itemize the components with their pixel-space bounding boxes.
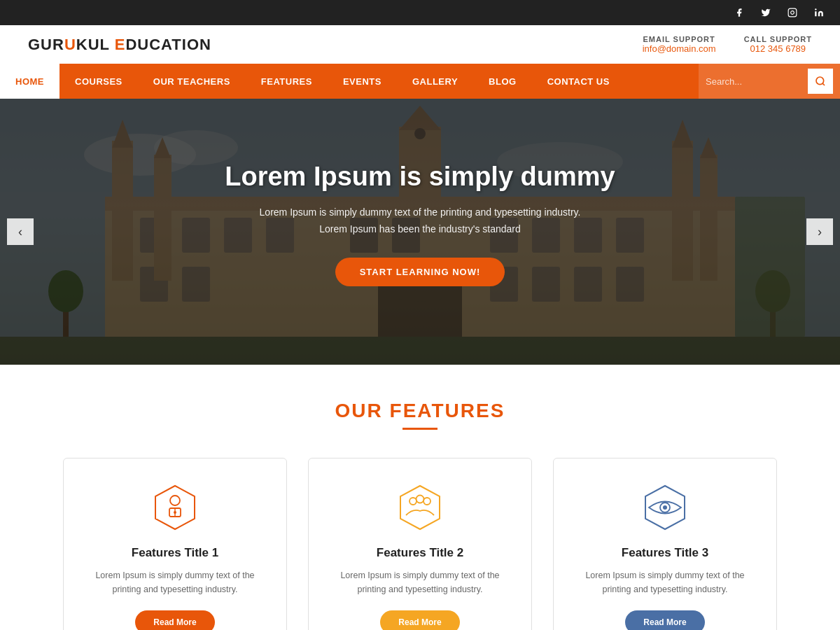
svg-point-51 [174, 511, 176, 514]
svg-line-5 [822, 83, 825, 85]
nav-item-home[interactable]: HOME [0, 64, 59, 99]
feature-read-more-1[interactable]: Read More [135, 610, 214, 630]
email-value[interactable]: info@domain.com [643, 43, 716, 54]
section-divider [402, 428, 438, 430]
call-support: CALL SUPPORT 012 345 6789 [744, 35, 812, 54]
svg-point-55 [416, 496, 424, 503]
feature-title-1: Features Title 1 [81, 546, 269, 560]
header-contact: EMAIL SUPPORT info@domain.com CALL SUPPO… [643, 35, 812, 54]
svg-point-58 [663, 505, 667, 510]
feature-icon-2 [396, 483, 444, 532]
feature-read-more-2[interactable]: Read More [380, 610, 459, 630]
feature-text-1: Lorem Ipsum is simply dummy text of the … [81, 568, 269, 596]
svg-point-53 [410, 498, 416, 505]
phone-value[interactable]: 012 345 6789 [744, 43, 812, 54]
linkedin-icon[interactable] [812, 6, 826, 20]
hero-subtitle-line1: Lorem Ipsum is simply dummy text of the … [260, 206, 581, 218]
email-support: EMAIL SUPPORT info@domain.com [643, 35, 716, 54]
feature-icon-3 [640, 483, 690, 532]
svg-marker-52 [400, 486, 440, 529]
nav-item-contact-us[interactable]: CONTACT US [532, 64, 625, 99]
logo-e: E [115, 36, 126, 53]
svg-marker-47 [155, 486, 195, 529]
hero-subtitle: Lorem Ipsum is simply dummy text of the … [0, 204, 840, 238]
logo-text-gur: GUR [28, 36, 64, 53]
feature-card-2: Features Title 2 Lorem Ipsum is simply d… [308, 458, 532, 630]
instagram-icon[interactable] [785, 6, 799, 20]
hero-content: Lorem Ipsum is simply dummy Lorem Ipsum … [0, 99, 840, 286]
svg-point-4 [816, 77, 824, 85]
search-icon [815, 76, 826, 87]
hero-title: Lorem Ipsum is simply dummy [0, 162, 840, 192]
logo-highlight: U [64, 36, 76, 53]
features-section: OUR FEATURES Features Title 1 Lorem Ipsu… [0, 365, 840, 630]
chevron-right-icon: › [818, 225, 822, 239]
nav-search-container [699, 64, 840, 99]
phone-label: CALL SUPPORT [744, 35, 812, 43]
slider-prev-button[interactable]: ‹ [7, 218, 34, 245]
svg-rect-2 [815, 11, 816, 16]
feature-card-3: Features Title 3 Lorem Ipsum is simply d… [553, 458, 777, 630]
feature-read-more-3[interactable]: Read More [625, 610, 704, 630]
svg-point-54 [424, 498, 430, 505]
svg-point-3 [815, 8, 816, 10]
nav-item-features[interactable]: FEATURES [246, 64, 328, 99]
feature-title-2: Features Title 2 [326, 546, 514, 560]
search-button[interactable] [808, 69, 833, 94]
hero-slider: Lorem Ipsum is simply dummy Lorem Ipsum … [0, 99, 840, 365]
feature-title-3: Features Title 3 [571, 546, 759, 560]
chevron-left-icon: ‹ [18, 225, 22, 239]
svg-rect-0 [788, 8, 797, 17]
feature-icon-1 [150, 483, 200, 532]
nav-item-courses[interactable]: COURSES [59, 64, 138, 99]
nav-item-gallery[interactable]: GALLERY [397, 64, 473, 99]
features-section-title: OUR FEATURES [42, 400, 798, 422]
facebook-icon[interactable] [732, 6, 746, 20]
top-bar [0, 0, 840, 25]
email-label: EMAIL SUPPORT [643, 35, 716, 43]
nav-item-our-teachers[interactable]: OUR TEACHERS [138, 64, 246, 99]
nav-item-blog[interactable]: BLOG [473, 64, 532, 99]
header: GURUKUL EDUCATION EMAIL SUPPORT info@dom… [0, 25, 840, 64]
logo-text-ducation: DUCATION [125, 36, 211, 53]
svg-point-48 [170, 496, 180, 505]
slider-next-button[interactable]: › [806, 218, 833, 245]
hero-cta-button[interactable]: START LEARNING NOW! [335, 258, 505, 286]
feature-text-3: Lorem Ipsum is simply dummy text of the … [571, 568, 759, 596]
features-grid: Features Title 1 Lorem Ipsum is simply d… [42, 458, 798, 630]
feature-text-2: Lorem Ipsum is simply dummy text of the … [326, 568, 514, 596]
search-input[interactable] [706, 76, 804, 87]
twitter-icon[interactable] [759, 6, 773, 20]
hero-subtitle-line2: Lorem Ipsum has been the industry's stan… [319, 223, 521, 234]
nav-item-events[interactable]: EVENTS [328, 64, 397, 99]
feature-card-1: Features Title 1 Lorem Ipsum is simply d… [63, 458, 287, 630]
main-nav: HOME COURSES OUR TEACHERS FEATURES EVENT… [0, 64, 840, 99]
logo[interactable]: GURUKUL EDUCATION [28, 36, 211, 54]
logo-text-kul: KUL [76, 36, 115, 53]
